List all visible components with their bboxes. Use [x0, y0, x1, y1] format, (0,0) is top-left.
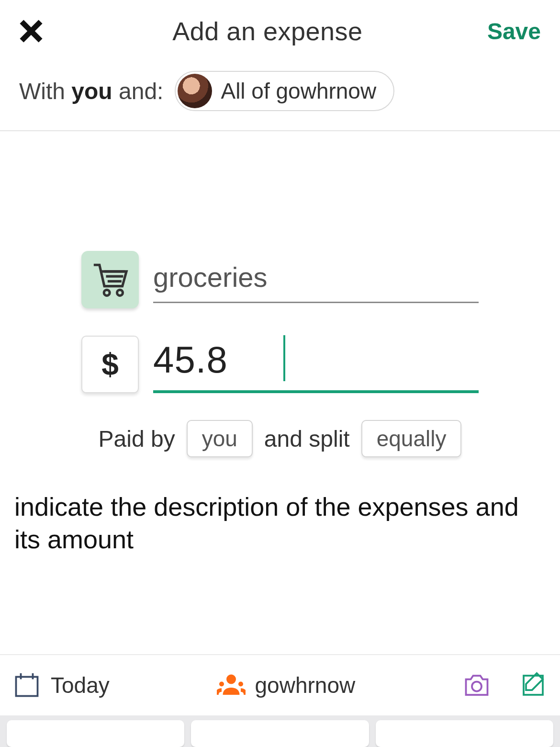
description-input[interactable]	[153, 256, 479, 303]
participant-chip[interactable]: All of gowhrnow	[175, 71, 394, 111]
camera-icon	[462, 671, 491, 700]
participant-chip-label: All of gowhrnow	[221, 78, 376, 104]
notes-button[interactable]	[518, 670, 549, 701]
svg-point-11	[219, 682, 224, 687]
people-icon	[216, 670, 246, 701]
close-icon	[18, 18, 45, 45]
group-button[interactable]: gowhrnow	[121, 670, 450, 701]
shopping-cart-icon	[90, 260, 130, 299]
date-label: Today	[51, 672, 110, 698]
svg-point-13	[472, 682, 482, 691]
save-button[interactable]: Save	[487, 18, 541, 45]
split-method-button[interactable]: equally	[361, 420, 462, 457]
close-button[interactable]	[14, 14, 48, 48]
with-label: With you and:	[19, 78, 163, 104]
participants-row: With you and: All of gowhrnow	[0, 48, 560, 131]
category-button[interactable]	[81, 251, 139, 308]
svg-point-10	[226, 675, 236, 684]
calendar-icon	[11, 670, 42, 701]
svg-point-12	[238, 682, 243, 687]
date-button[interactable]: Today	[11, 670, 110, 701]
and-split-label: and split	[264, 426, 350, 452]
camera-button[interactable]	[461, 670, 492, 701]
edit-note-icon	[519, 671, 548, 700]
avatar	[178, 74, 212, 108]
split-sentence: Paid by you and split equally	[81, 420, 479, 457]
group-label: gowhrnow	[255, 672, 356, 698]
instruction-text: indicate the description of the expenses…	[0, 457, 560, 555]
amount-input[interactable]	[153, 335, 479, 393]
currency-button[interactable]: $	[81, 336, 139, 393]
page-title: Add an expense	[172, 16, 362, 46]
payer-button[interactable]: you	[187, 420, 253, 457]
paid-by-label: Paid by	[99, 426, 175, 452]
bottom-bar: Today gowhrnow	[0, 654, 560, 715]
svg-point-3	[117, 290, 123, 295]
keyboard-strip	[0, 715, 560, 747]
svg-rect-7	[16, 677, 38, 696]
text-caret	[283, 335, 285, 381]
svg-point-2	[104, 290, 110, 295]
